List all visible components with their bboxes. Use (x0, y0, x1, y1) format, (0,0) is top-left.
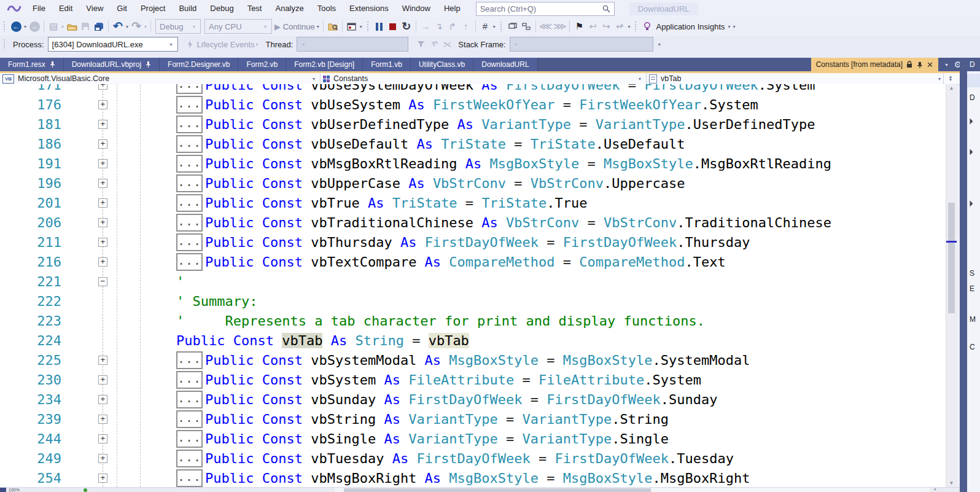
collapsed-region-box[interactable]: ... (176, 410, 203, 428)
pinned-icon[interactable] (141, 61, 151, 68)
lifecycle-events-label[interactable]: Lifecycle Events (197, 40, 255, 49)
collapsed-region-box[interactable]: ... (176, 214, 203, 232)
application-insights-icon[interactable] (641, 19, 653, 34)
code-text[interactable]: Public Const vbTuesday As FirstDayOfWeek… (205, 449, 734, 469)
code-text[interactable]: Public Const vbMsgBoxRight As MsgBoxStyl… (205, 469, 750, 487)
hex-display-icon[interactable]: # (479, 19, 491, 34)
run-to-cursor-icon[interactable]: ↑ (460, 19, 472, 34)
solution-configuration-select[interactable]: Debug▾ (155, 19, 201, 34)
save-icon[interactable] (79, 19, 91, 34)
stop-debugging-button[interactable] (387, 19, 399, 34)
toolbar-grip[interactable] (367, 21, 370, 32)
fold-expand-icon[interactable]: + (98, 100, 107, 109)
fold-expand-icon[interactable]: + (98, 139, 107, 149)
type-dropdown[interactable]: Constants ▾ (321, 73, 647, 84)
suspend-threads-icon[interactable] (441, 37, 454, 52)
collapsed-region-box[interactable]: ... (176, 469, 203, 487)
collapsed-region-box[interactable]: ... (176, 253, 203, 271)
collapsed-region-box[interactable]: ... (176, 84, 203, 94)
horizontal-scrollbar[interactable]: ▾ (335, 488, 930, 492)
fold-expand-icon[interactable]: + (98, 434, 107, 443)
pause-button[interactable] (373, 19, 386, 34)
fold-expand-icon[interactable]: + (98, 218, 107, 227)
fold-expand-icon[interactable]: + (98, 84, 107, 90)
collapsed-region-box[interactable]: ... (176, 115, 203, 133)
clear-bookmarks-icon[interactable]: ↫ (613, 19, 626, 34)
fold-expand-icon[interactable]: + (98, 415, 107, 424)
menu-item-build[interactable]: Build (172, 4, 203, 13)
chevron-down-icon[interactable]: ▾ (936, 76, 943, 82)
split-window-button[interactable]: ▲▼ (943, 73, 957, 84)
code-text[interactable]: Public Const vbUseSystemDayOfWeek As Fir… (205, 84, 815, 95)
menu-item-project[interactable]: Project (134, 4, 172, 13)
continue-dropdown[interactable]: ▾ (317, 24, 319, 29)
application-insights-dropdown[interactable]: ▾ (728, 24, 731, 29)
code-text[interactable]: Public Const vbUseSystem As FirstWeekOfY… (205, 95, 758, 115)
new-project-icon[interactable]: ▤ (47, 19, 60, 34)
lifecycle-events-dropdown[interactable]: ▾ (256, 42, 259, 47)
code-text[interactable]: Public Const vbUseDefault As TriState = … (205, 135, 685, 154)
fold-expand-icon[interactable]: + (98, 120, 107, 129)
tab-utilityclass-vb[interactable]: UtilityClass.vb (411, 58, 473, 71)
fold-expand-icon[interactable]: + (98, 454, 107, 463)
chevron-down-icon[interactable]: ▾ (636, 76, 644, 82)
step-out-icon[interactable]: ↱ (446, 19, 459, 34)
code-text[interactable]: Public Const vbString As VariantType = V… (205, 410, 669, 429)
restart-button[interactable]: ↻ (400, 19, 413, 34)
tab-list-dropdown[interactable]: ▾ (945, 62, 947, 68)
code-text[interactable]: Public Const vbSystem As FileAttribute =… (205, 370, 701, 390)
tab-downloadurl-vbproj[interactable]: DownloadURL.vbproj (64, 58, 160, 71)
navigate-back-dropdown[interactable]: ▾ (24, 24, 26, 29)
horizontal-scrollbar-thumb[interactable] (344, 488, 651, 492)
collapsed-region-box[interactable]: ... (176, 371, 203, 389)
search-icon[interactable] (602, 5, 610, 13)
code-editor[interactable]: 171+...Public Const vbUseSystemDayOfWeek… (0, 84, 946, 487)
code-text[interactable]: Public Const vbSystemModal As MsgBoxStyl… (205, 351, 750, 370)
menu-item-tools[interactable]: Tools (311, 4, 343, 13)
search-input[interactable]: Search (Ctrl+Q) (476, 2, 615, 16)
fold-expand-icon[interactable]: + (98, 356, 107, 365)
scrollbar-thumb[interactable] (948, 203, 955, 313)
code-text[interactable]: Public Const vbSingle As VariantType = V… (205, 429, 669, 449)
fold-expand-icon[interactable]: + (98, 238, 107, 247)
fold-expand-icon[interactable]: + (98, 159, 107, 168)
continue-button[interactable]: ▶ Continue (274, 19, 315, 34)
zoom-level[interactable]: 100% (9, 488, 20, 492)
debug-toolbar-overflow[interactable]: ▾ (493, 24, 496, 29)
menu-item-help[interactable]: Help (437, 4, 467, 13)
fold-expand-icon[interactable]: + (98, 395, 107, 404)
redo-dropdown[interactable]: ▾ (144, 24, 147, 29)
chevron-down-icon[interactable]: ▾ (310, 76, 317, 82)
tab-form2-vb[interactable]: Form2.vb (238, 58, 286, 71)
toolbar-grip[interactable] (500, 21, 503, 32)
fold-collapse-icon[interactable]: − (98, 277, 107, 286)
health-indicator-icon[interactable] (84, 488, 87, 492)
tab-form1-resx[interactable]: Form1.resx (0, 58, 64, 71)
navigate-forward-button[interactable]: → (28, 19, 41, 34)
save-all-icon[interactable] (93, 19, 105, 34)
toolbar-overflow[interactable]: ▾ (733, 24, 736, 29)
collapsed-region-box[interactable]: ... (176, 135, 203, 153)
fold-expand-icon[interactable]: + (98, 474, 107, 483)
navigate-back-button[interactable]: ← (10, 19, 22, 34)
code-text[interactable]: ' Summary: (176, 292, 257, 311)
tab-form1-vb[interactable]: Form1.vb (363, 58, 411, 71)
collapsed-region-box[interactable]: ... (176, 174, 203, 192)
indent-increase-icon[interactable]: ⋙ (553, 19, 566, 34)
collapsed-region-box[interactable]: ... (176, 351, 203, 369)
menu-item-edit[interactable]: Edit (52, 4, 79, 13)
indent-decrease-icon[interactable]: ⋘ (539, 19, 552, 34)
solution-platform-select[interactable]: Any CPU▾ (204, 19, 272, 34)
show-threads-icon[interactable] (507, 19, 519, 34)
code-text[interactable]: ' Represents a tab character for print a… (176, 311, 705, 331)
process-select[interactable]: [6304] DownloadURL.exe▾ (48, 37, 178, 52)
new-project-dropdown[interactable]: ▾ (61, 24, 64, 29)
scroll-right-arrow[interactable]: ▾ (934, 487, 936, 492)
panel-header[interactable]: D (960, 58, 980, 71)
collapsed-region-box[interactable]: ... (176, 430, 203, 448)
code-text[interactable]: Public Const vbTraditionalChinese As VbS… (205, 213, 831, 233)
collapsed-region-box[interactable]: ... (176, 96, 203, 114)
fold-expand-icon[interactable]: + (98, 257, 107, 267)
collapsed-region-box[interactable]: ... (176, 233, 203, 251)
bookmark-toolbar-overflow[interactable]: ▾ (628, 24, 630, 29)
